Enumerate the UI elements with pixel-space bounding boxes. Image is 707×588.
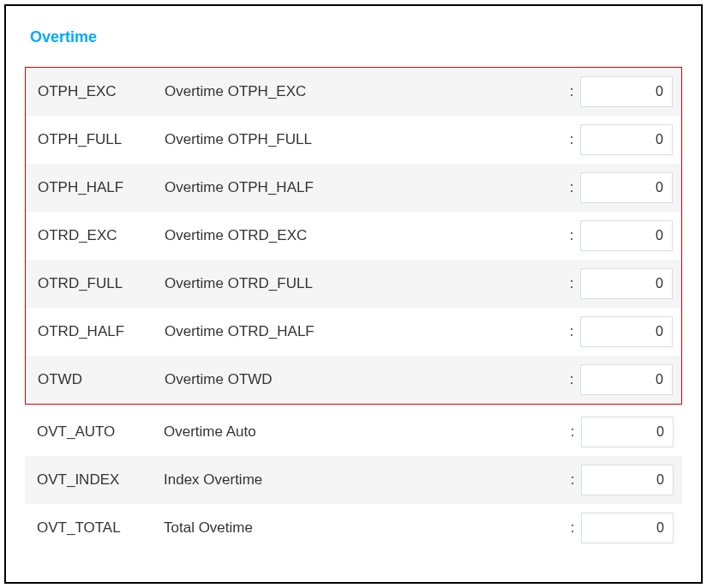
row-description: Overtime OTRD_EXC	[165, 227, 563, 244]
row-description: Overtime Auto	[164, 423, 564, 441]
row-description: Overtime OTRD_FULL	[165, 275, 563, 292]
row-value-input[interactable]	[581, 465, 674, 495]
table-row: OTPH_EXC Overtime OTPH_EXC :	[26, 68, 681, 116]
table-row: OVT_INDEX Index Overtime :	[25, 456, 682, 504]
row-colon: :	[564, 519, 581, 537]
table-row: OTWD Overtime OTWD :	[26, 356, 681, 404]
row-value-input[interactable]	[581, 513, 674, 543]
row-value-input[interactable]	[580, 364, 673, 395]
row-description: Overtime OTPH_FULL	[165, 131, 563, 148]
row-colon: :	[563, 371, 580, 388]
overtime-panel: Overtime OTPH_EXC Overtime OTPH_EXC : OT…	[4, 4, 703, 584]
row-colon: :	[563, 131, 580, 148]
row-value-input[interactable]	[580, 220, 673, 251]
row-code: OTRD_FULL	[34, 275, 165, 292]
row-code: OTRD_EXC	[34, 227, 165, 244]
table-row: OTPH_HALF Overtime OTPH_HALF :	[26, 164, 681, 212]
table-row: OTPH_FULL Overtime OTPH_FULL :	[26, 116, 681, 164]
row-colon: :	[563, 83, 580, 100]
row-code: OTWD	[34, 371, 165, 388]
row-description: Index Overtime	[164, 471, 564, 489]
row-code: OTRD_HALF	[34, 323, 165, 340]
row-code: OTPH_FULL	[34, 131, 165, 148]
row-description: Overtime OTPH_EXC	[165, 83, 563, 100]
row-value-input[interactable]	[581, 417, 674, 447]
row-colon: :	[564, 423, 581, 441]
row-value-input[interactable]	[580, 76, 673, 107]
row-colon: :	[564, 471, 581, 489]
table-row: OTRD_HALF Overtime OTRD_HALF :	[26, 308, 681, 356]
row-code: OVT_TOTAL	[33, 519, 164, 537]
row-code: OVT_AUTO	[33, 423, 164, 441]
row-description: Overtime OTRD_HALF	[165, 323, 563, 340]
table-row: OTRD_EXC Overtime OTRD_EXC :	[26, 212, 681, 260]
row-code: OTPH_EXC	[34, 83, 165, 100]
row-value-input[interactable]	[580, 268, 673, 299]
table-row: OVT_AUTO Overtime Auto :	[25, 408, 682, 456]
row-description: Overtime OTWD	[165, 371, 563, 388]
section-title: Overtime	[30, 28, 682, 46]
row-colon: :	[563, 323, 580, 340]
table-row: OTRD_FULL Overtime OTRD_FULL :	[26, 260, 681, 308]
row-colon: :	[563, 227, 580, 244]
row-value-input[interactable]	[580, 124, 673, 155]
row-value-input[interactable]	[580, 316, 673, 347]
row-description: Overtime OTPH_HALF	[165, 179, 563, 196]
row-code: OVT_INDEX	[33, 471, 164, 489]
row-colon: :	[563, 275, 580, 292]
row-code: OTPH_HALF	[34, 179, 165, 196]
overtime-highlight-group: OTPH_EXC Overtime OTPH_EXC : OTPH_FULL O…	[25, 67, 682, 405]
row-value-input[interactable]	[580, 172, 673, 203]
row-colon: :	[563, 179, 580, 196]
row-description: Total Ovetime	[164, 519, 564, 537]
table-row: OVT_TOTAL Total Ovetime :	[25, 504, 682, 552]
